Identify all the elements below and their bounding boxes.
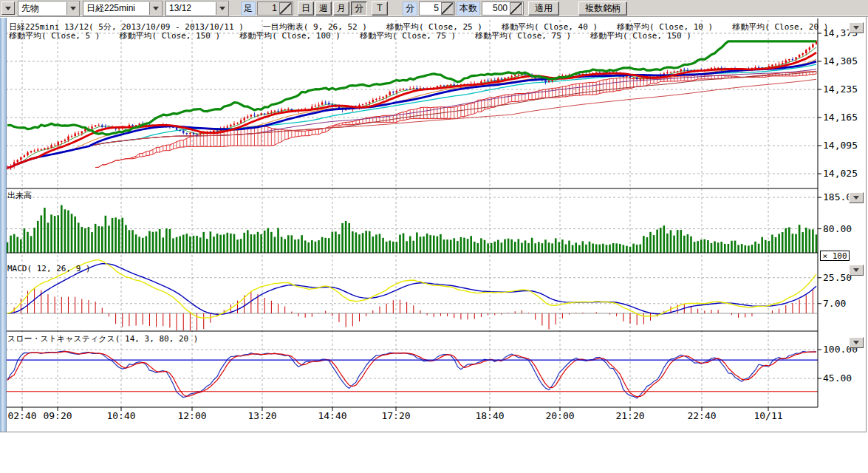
macd-tick-label: 7.00 — [823, 298, 846, 309]
chevron-down-icon — [153, 7, 159, 13]
chevron-down-icon — [853, 268, 859, 275]
time-tick-label: 18:40 — [475, 410, 504, 421]
left-splitter[interactable] — [0, 18, 7, 432]
time-tick-label: 10/11 — [753, 410, 782, 421]
legend-item-ma75: 移動平均( Close, 75 ) — [360, 30, 456, 41]
stoch-axis-menu-button[interactable] — [849, 337, 864, 348]
multi-symbol-button[interactable]: 複数銘柄 — [578, 1, 627, 16]
period-tick-button[interactable]: T — [372, 1, 388, 16]
period-month-button[interactable]: 月 — [333, 1, 349, 16]
price-tick-label: 14,025 — [823, 168, 858, 179]
price-tick-label: 14,165 — [823, 112, 858, 123]
volume-panel-title: 出来高 — [7, 190, 32, 201]
chevron-down-icon — [70, 7, 76, 13]
chevron-down-icon — [5, 7, 11, 13]
chart-window: 先物 日経225mini 13/12 足 1 日 週 月 分 T 分 5 本数 … — [0, 0, 868, 473]
time-tick-label: 12:00 — [177, 410, 206, 421]
time-tick-label: 10:40 — [106, 410, 135, 421]
chevron-down-icon — [853, 196, 859, 203]
chevron-down-icon — [853, 341, 859, 347]
price-tick-label: 14,235 — [823, 84, 858, 95]
bar-count-value: 500 — [482, 3, 509, 13]
price-tick-label: 14,095 — [823, 140, 858, 151]
ma-line-25-thick — [7, 61, 816, 168]
candles-layer — [7, 40, 817, 170]
price-axis-menu-button[interactable] — [849, 22, 864, 33]
apply-button[interactable]: 適用 — [528, 1, 559, 16]
combo-dropdown-button[interactable] — [216, 2, 228, 15]
price-tick-label: 14,305 — [823, 55, 858, 67]
bar-count-label: 本数 — [457, 1, 480, 16]
combo-dropdown-button[interactable] — [149, 2, 162, 15]
toolbar-collapse-button[interactable] — [1, 1, 15, 15]
stoch-tick-label: 45.00 — [823, 372, 852, 384]
legend-item-ma20: 移動平均( Close, 20 ) — [732, 21, 828, 33]
macd-panel-title: MACD( 12, 26, 9 ) — [7, 264, 91, 273]
combo-dropdown-button[interactable] — [66, 2, 79, 15]
axis-labels: 14,37514,30514,23514,16514,09514,025185.… — [7, 27, 858, 421]
toolbar: 先物 日経225mini 13/12 足 1 日 週 月 分 T 分 5 本数 … — [0, 0, 868, 17]
legend-item-ma100: 移動平均( Close, 100 ) — [239, 30, 341, 41]
bar-interval-value: 1 — [258, 3, 278, 13]
legend-item-ma5: 移動平均( Close, 5 ) — [9, 30, 100, 41]
legend-item-ma75b: 移動平均( Close, 75 ) — [475, 30, 571, 41]
time-tick-label: 02:40 — [7, 410, 36, 421]
minute-unit-label: 分 — [403, 1, 417, 16]
macd-layer — [6, 260, 818, 336]
market-combo-value: 先物 — [18, 2, 66, 15]
symbol-combo[interactable]: 日経225mini — [83, 1, 163, 16]
volume-tick-label: 80.00 — [823, 223, 852, 234]
spinner-icon[interactable] — [279, 2, 292, 15]
ichimoku-lagging-span — [7, 41, 816, 135]
legend-row-2: 移動平均( Close, 5 ) 移動平均( Close, 150 ) 移動平均… — [9, 30, 691, 41]
time-tick-label: 22:40 — [687, 410, 716, 421]
ma-line-5 — [7, 47, 816, 168]
contract-month-combo[interactable]: 13/12 — [165, 1, 229, 16]
volume-multiplier-badge: × 100 — [820, 251, 850, 261]
chevron-down-icon — [853, 26, 859, 33]
contract-combo-value: 13/12 — [166, 3, 216, 13]
time-tick-label: 20:00 — [545, 410, 574, 421]
spinner-icon[interactable] — [441, 2, 454, 15]
market-combo[interactable]: 先物 — [18, 1, 80, 16]
legend-item-ma150b: 移動平均( Close, 150 ) — [590, 30, 691, 41]
time-tick-label: 13:20 — [247, 410, 276, 421]
bar-type-label: 足 — [241, 1, 256, 16]
bar-count-spinner[interactable]: 500 — [482, 1, 524, 16]
time-tick-label: 09:20 — [43, 410, 72, 421]
chevron-down-icon — [219, 7, 225, 13]
volume-bars-layer — [7, 205, 818, 253]
volume-axis-menu-button[interactable] — [849, 192, 864, 203]
stoch-level-lines — [6, 360, 818, 392]
spinner-icon[interactable] — [510, 2, 522, 15]
period-day-button[interactable]: 日 — [298, 1, 314, 16]
time-tick-label: 14:40 — [318, 410, 346, 421]
minute-value-spinner[interactable]: 5 — [419, 1, 455, 16]
bar-interval-spinner[interactable]: 1 — [257, 1, 293, 16]
legend-item-ma150: 移動平均( Close, 150 ) — [119, 30, 220, 41]
stoch-panel-title: スロー・ストキャスティクス( 14, 3, 80, 20 ) — [7, 333, 198, 344]
time-tick-label: 21:20 — [615, 410, 644, 421]
chart-canvas[interactable]: 14,37514,30514,23514,16514,09514,025185.… — [0, 0, 868, 473]
macd-axis-menu-button[interactable] — [849, 265, 864, 276]
symbol-combo-value: 日経225mini — [83, 2, 149, 15]
price-panel-layer — [7, 40, 817, 170]
time-tick-label: 17:20 — [381, 410, 410, 421]
period-minute-button[interactable]: 分 — [351, 1, 367, 16]
ma-line-100 — [7, 72, 816, 169]
period-week-button[interactable]: 週 — [315, 1, 332, 16]
ma-line-10-thick — [7, 52, 816, 168]
minute-value: 5 — [420, 3, 440, 13]
macd-tick-label: 25.50 — [823, 272, 852, 283]
